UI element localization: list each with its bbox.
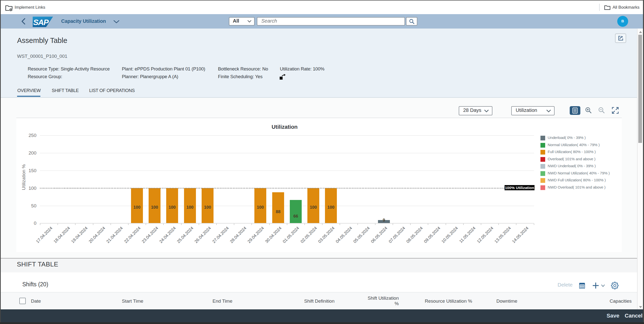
svg-text:SAP: SAP bbox=[33, 18, 49, 27]
